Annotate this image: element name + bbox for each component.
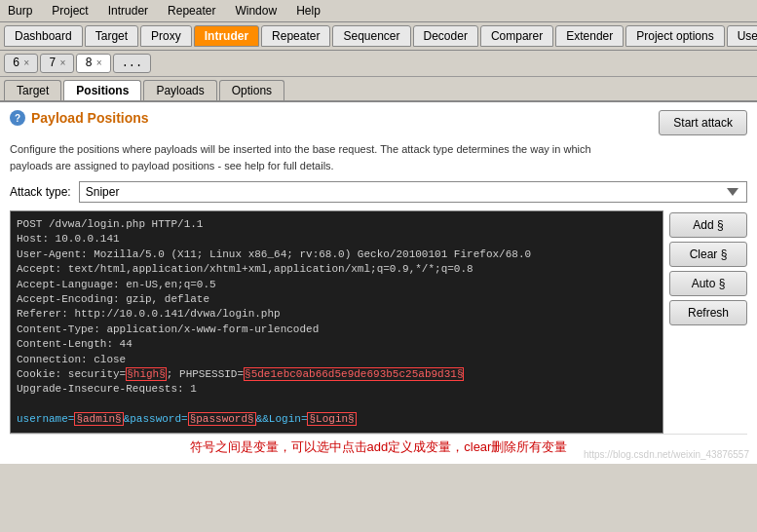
tab-proxy[interactable]: Proxy [140,25,192,47]
content-area: ? Payload Positions Start attack Configu… [0,102,757,464]
request-editor[interactable]: POST /dvwa/login.php HTTP/1.1 Host: 10.0… [10,210,663,434]
refresh-button[interactable]: Refresh [669,300,747,325]
toolbar: Dashboard Target Proxy Intruder Repeater… [0,22,757,51]
clear-button[interactable]: Clear § [669,242,747,267]
tab-target[interactable]: Target [85,25,138,47]
request-line-blank [17,398,657,412]
more-tabs-button[interactable]: ... [113,54,152,73]
menu-window[interactable]: Window [231,2,281,19]
num-tab-8[interactable]: 8 × [76,54,110,73]
tab-dashboard[interactable]: Dashboard [4,25,83,47]
menu-burp[interactable]: Burp [4,2,36,19]
request-line-9: Content-Length: 44 [17,337,657,352]
num-tab-7[interactable]: 7 × [40,54,74,73]
tab-comparer[interactable]: Comparer [480,25,553,47]
add-button[interactable]: Add § [669,212,747,238]
request-line-2: Host: 10.0.0.141 [17,232,657,247]
request-line-3: User-Agent: Mozilla/5.0 (X11; Linux x86_… [17,247,657,262]
request-line-7: Referer: http://10.0.0.141/dvwa/login.ph… [17,307,657,322]
tab-sequencer[interactable]: Sequencer [332,25,410,47]
menu-bar: Burp Project Intruder Repeater Window He… [0,0,757,22]
close-tab-8-icon[interactable]: × [96,58,102,69]
close-tab-6-icon[interactable]: × [23,58,29,69]
auto-button[interactable]: Auto § [669,271,747,296]
request-line-4: Accept: text/html,application/xhtml+xml,… [17,262,657,277]
request-line-8: Content-Type: application/x-www-form-url… [17,323,657,337]
close-tab-7-icon[interactable]: × [59,58,65,69]
sub-tab-target[interactable]: Target [4,80,61,100]
sub-tabs: Target Positions Payloads Options [0,77,757,102]
tab-repeater[interactable]: Repeater [261,25,330,47]
description: Configure the positions where payloads w… [10,141,747,173]
attack-type-row: Attack type: Sniper Battering ram Pitchf… [10,181,747,203]
request-line-1: POST /dvwa/login.php HTTP/1.1 [17,217,657,232]
request-line-6: Accept-Encoding: gzip, deflate [17,292,657,307]
editor-wrapper: POST /dvwa/login.php HTTP/1.1 Host: 10.0… [10,210,747,434]
sub-tab-options[interactable]: Options [219,80,284,100]
tab-intruder[interactable]: Intruder [194,25,259,47]
section-title-text: Payload Positions [31,110,149,126]
section-header: ? Payload Positions Start attack [10,110,747,135]
request-line-cookie: Cookie: security=§high§; PHPSESSID=§5de1… [17,367,657,382]
menu-repeater[interactable]: Repeater [164,2,219,19]
sub-tab-positions[interactable]: Positions [63,80,141,100]
request-line-10: Connection: close [17,353,657,367]
menu-project[interactable]: Project [48,2,92,19]
tab-decoder[interactable]: Decoder [413,25,478,47]
request-payload-line: username=§admin§&password=§password§&&Lo… [17,412,657,427]
menu-help[interactable]: Help [292,2,324,19]
help-icon[interactable]: ? [10,110,25,126]
tab-project-options[interactable]: Project options [625,25,724,47]
attack-type-select[interactable]: Sniper Battering ram Pitchfork Cluster b… [79,181,747,203]
request-line-5: Accept-Language: en-US,en;q=0.5 [17,278,657,292]
attack-type-label: Attack type: [10,185,71,199]
side-buttons: Add § Clear § Auto § Refresh [669,210,747,434]
sub-tab-payloads[interactable]: Payloads [143,80,216,100]
num-tabs: 6 × 7 × 8 × ... [0,51,757,77]
start-attack-button[interactable]: Start attack [659,110,747,135]
tab-extender[interactable]: Extender [555,25,624,47]
section-title: ? Payload Positions [10,110,149,126]
menu-intruder[interactable]: Intruder [104,2,152,19]
num-tab-6[interactable]: 6 × [4,54,38,73]
watermark: https://blog.csdn.net/weixin_43876557 [584,449,749,460]
request-line-11: Upgrade-Insecure-Requests: 1 [17,382,657,397]
tab-user-options[interactable]: User options [727,25,757,47]
